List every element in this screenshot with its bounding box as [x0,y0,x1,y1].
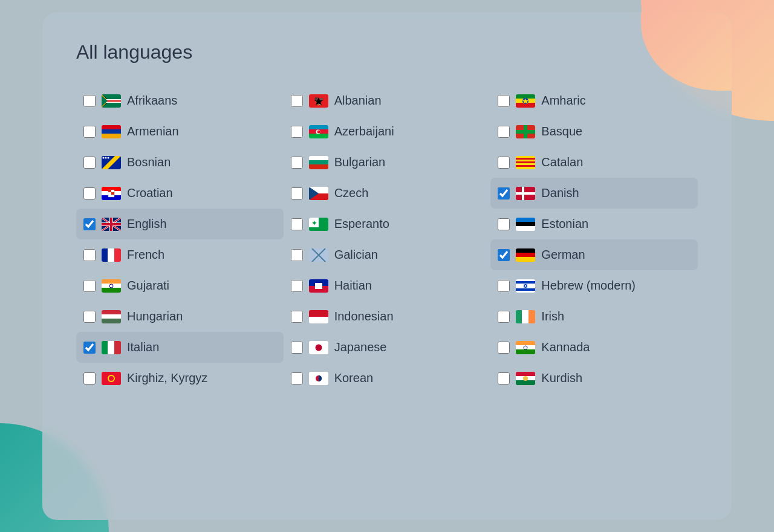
checkbox-galician[interactable] [291,249,303,261]
lang-name-german: German [541,248,585,262]
svg-rect-66 [108,248,115,262]
checkbox-estonian[interactable] [498,218,510,230]
checkbox-afrikaans[interactable] [83,95,96,107]
lang-item-albanian[interactable]: 🦅 Albanian [284,85,491,116]
svg-rect-80 [315,283,322,289]
lang-item-amharic[interactable]: Amharic [490,85,698,116]
checkbox-irish[interactable] [498,311,510,323]
lang-item-croatian[interactable]: Croatian [76,178,284,209]
flag-kurdish [516,372,535,385]
checkbox-italian[interactable] [83,342,96,354]
svg-rect-42 [108,192,111,195]
svg-rect-13 [102,125,121,130]
checkbox-kirghiz[interactable] [83,372,96,384]
card-decoration [641,12,732,91]
flag-galician [309,248,328,262]
checkbox-azerbaijani[interactable] [291,126,303,138]
svg-rect-33 [516,158,535,160]
svg-rect-31 [309,164,328,169]
checkbox-basque[interactable] [498,126,510,138]
checkbox-amharic[interactable] [498,95,510,107]
lang-item-irish[interactable]: Irish [490,301,698,332]
lang-item-french[interactable]: French [76,239,284,270]
lang-item-bosnian[interactable]: Bosnian [76,147,284,178]
checkbox-english[interactable] [83,218,96,230]
svg-point-98 [315,344,322,351]
checkbox-french[interactable] [83,249,96,261]
checkbox-danish[interactable] [498,187,510,199]
lang-item-italian[interactable]: Italian [76,332,284,363]
flag-estonian [516,218,535,231]
checkbox-haitian[interactable] [291,280,303,292]
lang-item-german[interactable]: German [490,239,698,270]
svg-rect-71 [516,248,535,253]
lang-name-danish: Danish [541,186,579,200]
lang-item-catalan[interactable]: Catalan [490,147,698,178]
checkbox-indonesian[interactable] [291,311,303,323]
lang-item-estonian[interactable]: Estonian [490,209,698,239]
checkbox-armenian[interactable] [83,126,96,138]
lang-item-kannada[interactable]: Kannada [490,332,698,363]
lang-item-danish[interactable]: Danish [490,178,698,209]
flag-hungarian [102,310,121,323]
lang-name-kurdish: Kurdish [541,371,582,385]
lang-item-korean[interactable]: Korean [284,363,491,394]
checkbox-kurdish[interactable] [498,372,510,384]
checkbox-hebrew[interactable] [498,280,510,292]
lang-item-basque[interactable]: Basque [490,116,698,147]
lang-name-italian: Italian [127,340,159,354]
checkbox-catalan[interactable] [498,157,510,169]
svg-rect-76 [102,288,121,293]
lang-name-albanian: Albanian [334,94,382,108]
svg-rect-96 [114,341,121,354]
lang-item-hebrew[interactable]: Hebrew (modern) [490,270,698,301]
svg-rect-35 [516,165,535,167]
lang-item-afrikaans[interactable]: Afrikaans [76,85,284,116]
flag-croatian [102,187,121,200]
lang-name-amharic: Amharic [541,94,585,108]
checkbox-czech[interactable] [291,187,303,199]
flag-amharic [516,94,535,108]
svg-rect-63 [516,222,535,227]
checkbox-kannada[interactable] [498,342,510,354]
svg-rect-95 [108,341,115,354]
svg-rect-89 [309,310,328,317]
svg-rect-40 [108,190,111,192]
lang-item-czech[interactable]: Czech [284,178,491,209]
lang-item-japanese[interactable]: Japanese [284,332,491,363]
svg-rect-90 [309,317,328,323]
checkbox-korean[interactable] [291,372,303,384]
lang-item-azerbaijani[interactable]: Azerbaijani [284,116,491,147]
checkbox-albanian[interactable] [291,95,303,107]
checkbox-croatian[interactable] [83,187,96,199]
svg-point-26 [103,157,105,158]
lang-name-azerbaijani: Azerbaijani [334,125,394,138]
svg-rect-43 [111,192,114,195]
lang-item-galician[interactable]: Galician [284,239,491,270]
lang-name-croatian: Croatian [127,186,173,200]
lang-item-gujarati[interactable]: Gujarati [76,270,284,301]
lang-name-kirghiz: Kirghiz, Kyrgyz [127,371,207,385]
svg-point-27 [105,157,107,158]
checkbox-bulgarian[interactable] [291,157,303,169]
svg-rect-16 [309,125,328,130]
lang-item-haitian[interactable]: Haitian [284,270,491,301]
checkbox-bosnian[interactable] [83,157,96,169]
checkbox-gujarati[interactable] [83,280,96,292]
lang-item-kirghiz[interactable]: Kirghiz, Kyrgyz [76,363,284,394]
lang-item-hungarian[interactable]: Hungarian [76,301,284,332]
lang-item-english[interactable]: English [76,209,284,239]
lang-item-kurdish[interactable]: Kurdish [490,363,698,394]
checkbox-german[interactable] [498,249,510,261]
lang-item-bulgarian[interactable]: Bulgarian [284,147,491,178]
lang-item-armenian[interactable]: Armenian [76,116,284,147]
svg-rect-83 [516,288,535,291]
checkbox-japanese[interactable] [291,342,303,354]
lang-name-catalan: Catalan [541,155,583,169]
lang-item-esperanto[interactable]: ✦ Esperanto [284,209,491,239]
svg-text:✦: ✦ [311,219,316,227]
lang-item-indonesian[interactable]: Indonesian [284,301,491,332]
checkbox-hungarian[interactable] [83,311,96,323]
lang-name-indonesian: Indonesian [334,310,394,323]
checkbox-esperanto[interactable] [291,218,303,230]
